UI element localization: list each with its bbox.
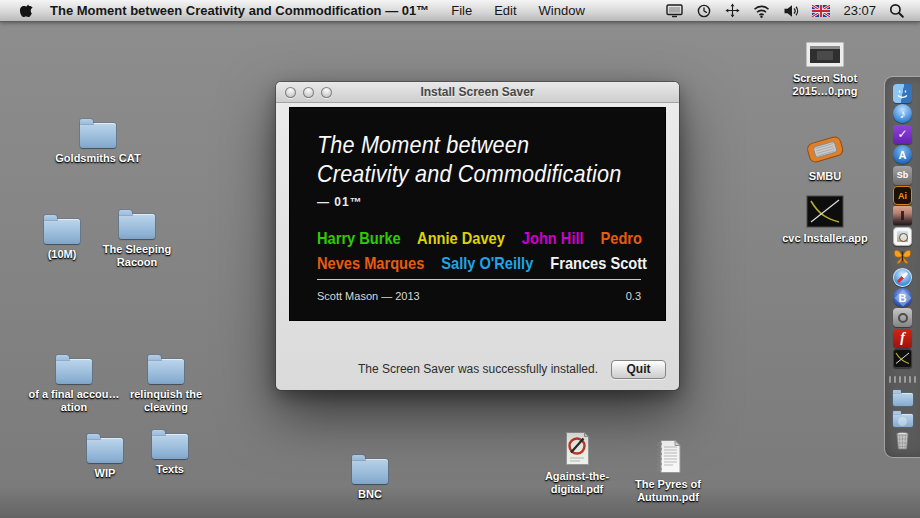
- menu-bar: The Moment between Creativity and Commod…: [0, 0, 920, 22]
- folder-icon: [119, 214, 155, 239]
- volume-icon[interactable]: [783, 4, 799, 18]
- menu-window[interactable]: Window: [539, 3, 585, 18]
- bibdesk-icon: B: [893, 288, 912, 307]
- desktop-file-screenshot[interactable]: Screen Shot 2015…0.png: [779, 32, 871, 98]
- screensaver-title: The Moment between Creativity and Commod…: [317, 131, 611, 188]
- sync-utility-icon: [893, 308, 912, 327]
- desktop-folder-of-a-final[interactable]: of a final accou…ation: [28, 348, 120, 414]
- menu-edit[interactable]: Edit: [494, 3, 516, 18]
- desktop-folder-bnc[interactable]: BNC: [324, 448, 416, 501]
- artist-names: Harry Burke Annie Davey John Hill Pedro …: [317, 226, 598, 276]
- time-machine-icon[interactable]: [696, 3, 712, 19]
- dock-item-bibdesk[interactable]: B: [885, 288, 920, 307]
- preview-divider: [317, 279, 641, 280]
- desktop-folder-sleeping-racoon[interactable]: The Sleeping Racoon: [91, 203, 183, 269]
- desktop-icon-label: SMBU: [779, 170, 871, 183]
- credit-text: Scott Mason — 2013: [317, 290, 420, 302]
- dock-item-photo-app[interactable]: [885, 206, 920, 225]
- artist-name: Pedro: [601, 229, 642, 248]
- menu-clock[interactable]: 23:07: [843, 3, 876, 18]
- itunes-icon: ♪: [893, 104, 912, 123]
- illustrator-icon: Ai: [893, 186, 912, 205]
- app-store-icon: A: [893, 145, 912, 164]
- uk-flag-icon[interactable]: [812, 5, 830, 17]
- dock-item-tasks[interactable]: ✓: [885, 125, 920, 144]
- status-message: The Screen Saver was successfully instal…: [358, 362, 598, 376]
- checkmark-app-icon: ✓: [893, 125, 912, 144]
- desktop-icon-label: cvc Installer.app: [779, 232, 871, 245]
- active-app-title: The Moment between Creativity and Commod…: [50, 3, 429, 18]
- dock-item-cvc-installer[interactable]: [885, 349, 920, 368]
- desktop-icon-label: Goldsmiths CAT: [52, 152, 144, 165]
- desktop-icon-label: BNC: [324, 488, 416, 501]
- photo-app-icon: [893, 206, 912, 225]
- desktop-drive-smbu[interactable]: SMBU: [779, 130, 871, 183]
- desktop-folder-goldsmiths-cat[interactable]: Goldsmiths CAT: [52, 112, 144, 165]
- dock-item-preview[interactable]: [885, 227, 920, 246]
- screensaver-preview: The Moment between Creativity and Commod…: [289, 107, 666, 321]
- butterfly-app-icon: [893, 248, 912, 265]
- sb-app-icon: Sb: [893, 166, 912, 185]
- quit-button[interactable]: Quit: [611, 360, 666, 379]
- dock-item-finder[interactable]: [885, 84, 920, 103]
- desktop-icon-label: The Sleeping Racoon: [91, 243, 183, 269]
- desktop-icon-label: of a final accou…ation: [28, 388, 120, 414]
- dock-item-butterfly[interactable]: [885, 247, 920, 266]
- dock-item-illustrator[interactable]: Ai: [885, 186, 920, 205]
- artist-name: Neves Marques: [317, 254, 424, 273]
- folder-icon: [56, 359, 92, 384]
- artist-name: John Hill: [522, 229, 584, 248]
- dock-item-flash[interactable]: f: [885, 329, 920, 348]
- cvc-app-icon: [806, 195, 844, 228]
- display-icon[interactable]: [666, 3, 683, 18]
- dock-item-itunes[interactable]: ♪: [885, 104, 920, 123]
- preview-app-icon: [893, 227, 912, 246]
- desktop-file-pyres-of-autumn[interactable]: The Pyres of Autumn.pdf: [622, 438, 714, 504]
- desktop-folder-texts[interactable]: Texts: [124, 423, 216, 476]
- dock-item-safari[interactable]: [885, 268, 920, 287]
- menu-file[interactable]: File: [451, 3, 472, 18]
- folder-icon: [152, 434, 188, 459]
- screensaver-subtitle: — 01™: [317, 195, 644, 209]
- dock-item-sb[interactable]: Sb: [885, 166, 920, 185]
- dock-item-trash[interactable]: [885, 431, 920, 450]
- finder-icon: [893, 84, 912, 103]
- artist-name: Harry Burke: [317, 229, 401, 248]
- version-text: 0.3: [626, 290, 641, 302]
- cvc-installer-icon: [893, 349, 912, 368]
- trash-icon: [894, 431, 911, 450]
- desktop-icon-label: Screen Shot 2015…0.png: [779, 72, 871, 98]
- folder-icon: [80, 123, 116, 148]
- dock-item-folder[interactable]: [885, 390, 920, 409]
- desktop-icon-label: Against-the-digital.pdf: [531, 470, 623, 496]
- folder-icon: [148, 359, 184, 384]
- safari-icon: [893, 268, 912, 287]
- desktop-folder-relinquish[interactable]: relinquish the cleaving: [120, 348, 212, 414]
- minimize-button[interactable]: [303, 87, 314, 98]
- close-button[interactable]: [285, 87, 296, 98]
- downloads-folder-icon: [893, 414, 913, 427]
- dock-item-app-store[interactable]: A: [885, 145, 920, 164]
- dock: ♪ ✓ A Sb Ai B f: [884, 76, 920, 458]
- folder-icon: [893, 393, 913, 406]
- artist-name: Sally O'Reilly: [441, 254, 533, 273]
- desktop-icon-label: The Pyres of Autumn.pdf: [622, 478, 714, 504]
- desktop-icon-label: Texts: [124, 463, 216, 476]
- zoom-button[interactable]: [321, 87, 332, 98]
- external-drive-icon: [804, 132, 846, 166]
- folder-icon: [44, 219, 80, 244]
- install-screen-saver-window: Install Screen Saver The Moment between …: [276, 82, 679, 390]
- dock-item-downloads-folder[interactable]: [885, 411, 920, 430]
- dock-divider: [885, 370, 920, 389]
- flash-icon: f: [893, 329, 912, 348]
- dock-item-sync-utility[interactable]: [885, 308, 920, 327]
- wifi-icon[interactable]: [753, 4, 770, 18]
- spotlight-icon[interactable]: [889, 3, 904, 18]
- desktop-app-cvc-installer[interactable]: cvc Installer.app: [779, 192, 871, 245]
- folder-icon: [87, 438, 123, 463]
- window-title-bar[interactable]: Install Screen Saver: [276, 82, 679, 103]
- artist-name: Frances Scott: [550, 254, 647, 273]
- apple-menu-icon[interactable]: [20, 3, 33, 18]
- desktop-file-against-the-digital[interactable]: Against-the-digital.pdf: [531, 430, 623, 496]
- move-arrows-icon[interactable]: [725, 3, 740, 18]
